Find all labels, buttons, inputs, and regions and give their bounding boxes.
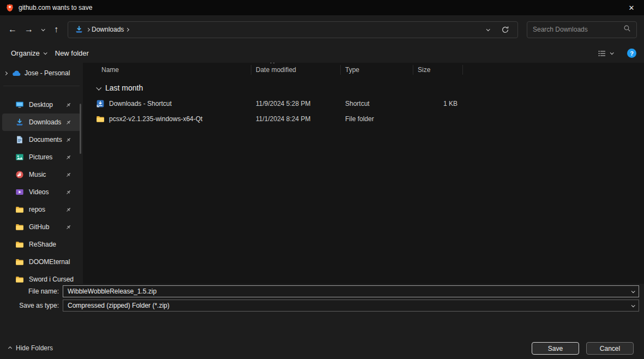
- onedrive-cloud-icon: [12, 69, 21, 78]
- documents-icon: [15, 135, 24, 144]
- sidebar-item-reshade[interactable]: ReShade: [2, 236, 81, 253]
- pin-icon: [65, 154, 72, 161]
- folder-icon: [15, 205, 24, 214]
- address-dropdown-icon[interactable]: [486, 27, 490, 31]
- recent-locations-button[interactable]: [37, 21, 48, 38]
- music-icon: [15, 170, 24, 179]
- title-bar: github.com wants to save ✕: [0, 0, 644, 15]
- group-header-last-month[interactable]: Last month: [91, 80, 644, 96]
- desktop-icon: [15, 100, 24, 109]
- close-button[interactable]: ✕: [619, 0, 644, 15]
- chevron-right-icon[interactable]: [4, 71, 8, 75]
- breadcrumb-downloads[interactable]: Downloads: [89, 26, 126, 33]
- column-header-size[interactable]: Size: [413, 65, 463, 75]
- search-icon: [623, 25, 631, 34]
- profile-label: Jose - Personal: [25, 69, 70, 77]
- file-name-label: File name:: [0, 288, 63, 295]
- navigation-bar: ← → ↑ Downloads: [0, 15, 644, 44]
- chevron-down-icon: [41, 27, 45, 31]
- folder-icon: [15, 275, 24, 284]
- save-as-type-select[interactable]: Compressed (zipped) Folder (*.zip): [63, 300, 639, 312]
- file-name-combo[interactable]: [63, 285, 639, 297]
- sidebar-item-sword-i-cursed[interactable]: Sword i Cursed: [2, 271, 81, 284]
- brave-icon: [5, 3, 14, 12]
- folder-icon: [15, 223, 24, 231]
- chevron-up-icon: [8, 346, 12, 350]
- sidebar-scrollbar[interactable]: [80, 104, 81, 154]
- list-view-icon: [598, 49, 606, 58]
- window-title: github.com wants to save: [19, 4, 92, 11]
- back-button[interactable]: ←: [4, 21, 21, 38]
- dialog-footer: Hide Folders Save Cancel: [0, 314, 644, 359]
- file-list: Name Date modified Type Size Last month …: [83, 63, 644, 284]
- organize-button[interactable]: Organize: [7, 47, 51, 59]
- pictures-icon: [15, 153, 24, 161]
- sort-ascending-icon: [270, 63, 274, 65]
- save-as-type-label: Save as type:: [0, 302, 63, 309]
- chevron-down-icon: [43, 51, 47, 55]
- save-button[interactable]: Save: [532, 342, 579, 355]
- sidebar-item-documents[interactable]: Documents: [2, 131, 81, 148]
- pin-icon: [65, 101, 72, 109]
- breadcrumb-chevron-icon[interactable]: [125, 27, 129, 31]
- view-options-button[interactable]: [593, 47, 617, 60]
- pin-icon: [65, 171, 72, 178]
- sidebar-item-doometernal[interactable]: DOOMEternal: [2, 253, 81, 271]
- cancel-button[interactable]: Cancel: [586, 342, 634, 355]
- sidebar-item-github[interactable]: GitHub: [2, 218, 81, 236]
- file-row[interactable]: pcsx2-v2.1.235-windows-x64-Qt 11/1/2024 …: [91, 111, 644, 127]
- column-headers: Name Date modified Type Size: [91, 63, 644, 76]
- file-row[interactable]: Downloads - Shortcut 11/9/2024 5:28 PM S…: [91, 96, 644, 111]
- sidebar-divider: [3, 86, 80, 86]
- pin-icon: [65, 206, 72, 213]
- column-header-type[interactable]: Type: [341, 65, 413, 75]
- sidebar-item-repos[interactable]: repos: [2, 201, 81, 218]
- search-box[interactable]: [527, 21, 637, 38]
- save-file-dialog: github.com wants to save ✕ ← → ↑ Downloa…: [0, 0, 644, 359]
- sidebar-item-videos[interactable]: Videos: [2, 183, 81, 201]
- folder-icon: [15, 240, 24, 249]
- main-area: Jose - Personal Desktop Downloads Docume…: [0, 63, 644, 284]
- pin-icon: [65, 119, 72, 126]
- up-button[interactable]: ↑: [48, 21, 64, 38]
- sidebar-item-pictures[interactable]: Pictures: [2, 148, 81, 166]
- file-name-input[interactable]: [68, 288, 627, 295]
- file-rows: Downloads - Shortcut 11/9/2024 5:28 PM S…: [91, 96, 644, 127]
- column-header-date-modified[interactable]: Date modified: [251, 65, 341, 75]
- refresh-icon: [501, 26, 509, 34]
- forward-button[interactable]: →: [21, 21, 37, 38]
- filename-section: File name: Save as type: Compressed (zip…: [0, 284, 644, 314]
- column-header-name[interactable]: Name: [91, 65, 251, 75]
- chevron-down-icon: [631, 303, 635, 307]
- navigation-pane: Jose - Personal Desktop Downloads Docume…: [0, 63, 83, 284]
- shortcut-icon: [96, 99, 105, 108]
- search-input[interactable]: [533, 26, 623, 33]
- pin-icon: [65, 136, 72, 143]
- command-toolbar: Organize New folder ?: [0, 44, 644, 63]
- folder-icon: [15, 258, 24, 266]
- refresh-button[interactable]: [499, 23, 511, 35]
- chevron-down-icon[interactable]: [631, 289, 635, 293]
- hide-folders-button[interactable]: Hide Folders: [9, 344, 53, 352]
- help-button[interactable]: ?: [627, 49, 636, 58]
- sidebar-profile[interactable]: Jose - Personal: [0, 65, 83, 81]
- videos-icon: [15, 188, 24, 196]
- address-bar[interactable]: Downloads: [68, 21, 518, 38]
- sidebar-item-downloads[interactable]: Downloads: [2, 113, 81, 131]
- pin-icon: [65, 189, 72, 196]
- save-as-type-value: Compressed (zipped) Folder (*.zip): [68, 302, 627, 309]
- sidebar-item-music[interactable]: Music: [2, 166, 81, 183]
- chevron-down-icon: [610, 51, 614, 55]
- group-collapse-icon[interactable]: [96, 85, 101, 90]
- downloads-icon: [75, 25, 83, 34]
- sidebar-items: Desktop Downloads Documents Pictures Mus…: [0, 96, 83, 284]
- folder-icon: [96, 115, 105, 123]
- pin-icon: [65, 224, 72, 231]
- sidebar-item-desktop[interactable]: Desktop: [2, 96, 81, 113]
- downloads-icon: [15, 118, 24, 127]
- new-folder-button[interactable]: New folder: [51, 47, 93, 59]
